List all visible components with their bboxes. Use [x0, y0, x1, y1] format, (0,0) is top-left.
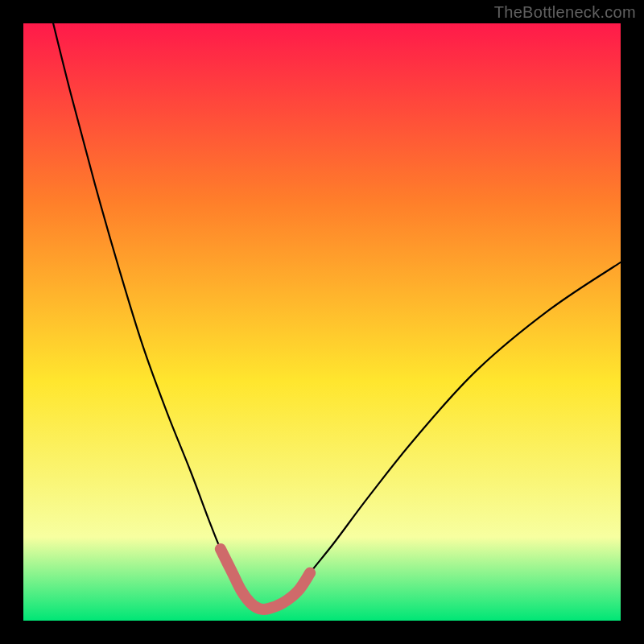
chart-plot	[23, 23, 621, 621]
watermark-text: TheBottleneck.com	[494, 3, 636, 22]
chart-svg	[23, 23, 621, 621]
chart-page: TheBottleneck.com	[0, 0, 644, 644]
chart-background	[23, 23, 621, 621]
